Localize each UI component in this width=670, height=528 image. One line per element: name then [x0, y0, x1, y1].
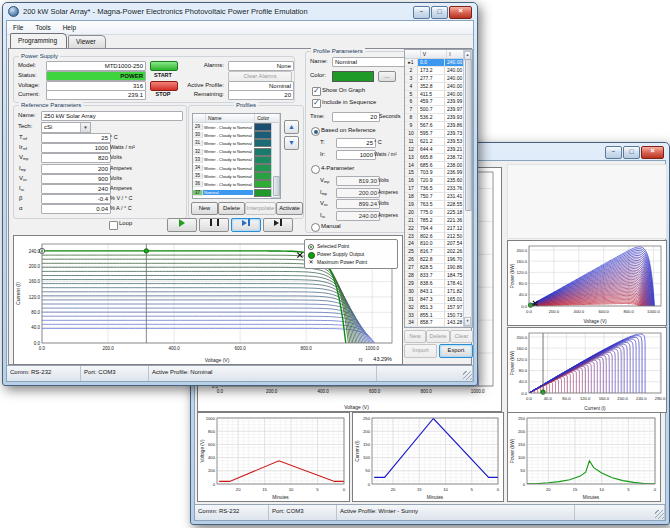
profile-row[interactable]: 35Winter - Cloudy to Nominal (16 of 17): [193, 172, 280, 180]
maximize-icon[interactable]: [623, 146, 640, 159]
point-row[interactable]: 14685.6238.00: [405, 162, 472, 170]
point-row[interactable]: 9567.6239.86: [405, 122, 472, 130]
point-row[interactable]: 5411.5240.00: [405, 91, 472, 99]
profile-row[interactable]: 34Winter - Cloudy to Nominal (15 of 17): [193, 164, 280, 172]
point-table-scrollbar[interactable]: ▲ ▼: [463, 50, 472, 327]
titlebar[interactable]: 200 kW Solar Array* - Magna-Power Electr…: [3, 3, 477, 20]
scrollbar-thumb[interactable]: [273, 176, 280, 196]
play-button[interactable]: [167, 218, 197, 232]
show-on-graph-checkbox[interactable]: [312, 87, 321, 96]
point-row[interactable]: 3277.7240.00: [405, 75, 472, 83]
point-row[interactable]: 22794.4217.12: [405, 225, 472, 233]
point-row[interactable]: 29838.6178.41: [405, 280, 472, 288]
four-parameter-radio[interactable]: [311, 165, 320, 174]
stop-button[interactable]: [150, 81, 178, 91]
profiles-list-header[interactable]: Name Color: [193, 114, 280, 123]
point-delete-button[interactable]: Delete: [426, 330, 450, 343]
close-icon[interactable]: [449, 6, 472, 19]
scroll-down-icon[interactable]: ▼: [464, 317, 471, 326]
point-row[interactable]: 19763.5228.55: [405, 201, 472, 209]
tech-dropdown[interactable]: cSi: [41, 122, 91, 133]
loop-checkbox[interactable]: [109, 221, 118, 230]
export-button[interactable]: Export: [439, 344, 473, 358]
time-input[interactable]: 20: [332, 112, 380, 122]
pp-name-input[interactable]: Nominal: [332, 57, 406, 67]
parameter-input[interactable]: 200: [41, 164, 111, 174]
move-up-button[interactable]: ▲: [284, 120, 299, 134]
point-row[interactable]: 33855.1150.73: [405, 312, 472, 320]
point-row[interactable]: 25816.7202.26: [405, 248, 472, 256]
tab-viewer[interactable]: Viewer: [68, 35, 106, 48]
point-row[interactable]: 24810.0207.54: [405, 240, 472, 248]
point-row[interactable]: 18750.7231.41: [405, 193, 472, 201]
parameter-input[interactable]: 820: [41, 153, 111, 163]
step-last-button[interactable]: [263, 218, 293, 232]
point-row[interactable]: 16720.9235.60: [405, 177, 472, 185]
profile-new-button[interactable]: New: [191, 202, 218, 215]
point-row[interactable]: 21785.2221.36: [405, 217, 472, 225]
point-row[interactable]: 6459.7239.99: [405, 98, 472, 106]
color-picker-button[interactable]: ...: [378, 71, 396, 82]
point-row[interactable]: 4352.8240.00: [405, 83, 472, 91]
model-field[interactable]: MTD1000-250: [46, 61, 146, 71]
parameter-input[interactable]: 0.04: [41, 204, 111, 214]
based-on-reference-radio[interactable]: [311, 127, 320, 136]
profile-row[interactable]: 31Winter - Cloudy to Nominal (12 of 17): [193, 139, 280, 147]
ref-name-input[interactable]: 250 kW Solar Array: [41, 111, 183, 121]
start-button[interactable]: [150, 61, 178, 71]
profile-row[interactable]: 36Winter - Cloudy to Nominal (17 of 17): [193, 180, 280, 188]
point-table[interactable]: V I ▸10.0240.002173.2240.003277.7240.004…: [404, 49, 473, 328]
profiles-list[interactable]: Name Color 29Winter - Cloudy to Nominal …: [192, 113, 281, 199]
profile-row[interactable]: 33Winter - Cloudy to Nominal (14 of 17): [193, 156, 280, 164]
point-clear-button[interactable]: Clear: [450, 330, 473, 343]
point-row[interactable]: 8536.2239.93: [405, 114, 472, 122]
parameter-input[interactable]: 25: [41, 133, 111, 143]
manual-radio[interactable]: [311, 223, 320, 232]
point-row[interactable]: 23802.6212.50: [405, 233, 472, 241]
point-row[interactable]: 7500.7239.97: [405, 106, 472, 114]
step-next-button[interactable]: [231, 218, 261, 232]
include-in-sequence-checkbox[interactable]: [312, 99, 321, 108]
color-column-header[interactable]: Color: [255, 114, 280, 122]
tab-programming[interactable]: Programming: [10, 33, 67, 48]
move-down-button[interactable]: ▼: [284, 136, 299, 150]
point-row[interactable]: 12644.4239.21: [405, 146, 472, 154]
point-row[interactable]: ▸10.0240.00: [405, 59, 472, 67]
name-column-header[interactable]: Name: [206, 114, 255, 122]
point-row[interactable]: 10595.7239.73: [405, 130, 472, 138]
point-row[interactable]: 32851.3157.97: [405, 304, 472, 312]
profile-interpolate-button[interactable]: Interpolate: [245, 202, 276, 215]
point-row[interactable]: 20775.0225.18: [405, 209, 472, 217]
profile-row[interactable]: 29Winter - Cloudy to Nominal (10 of 17): [193, 123, 280, 131]
point-row[interactable]: 15703.9236.99: [405, 169, 472, 177]
point-row[interactable]: 2173.2240.00: [405, 67, 472, 75]
ir-input[interactable]: 1000: [336, 150, 376, 160]
point-row[interactable]: 30843.1171.82: [405, 288, 472, 296]
parameter-input[interactable]: 1000: [41, 143, 111, 153]
iv-plot[interactable]: Selected Point Power Supply Output ✕Maxi…: [13, 235, 403, 365]
maximize-icon[interactable]: [431, 6, 448, 19]
minimize-icon[interactable]: [413, 6, 430, 19]
parameter-input[interactable]: -0.4: [41, 194, 111, 204]
profile-activate-button[interactable]: Activate: [276, 202, 303, 215]
minimize-icon[interactable]: [605, 146, 622, 159]
parameter-input[interactable]: 240: [41, 184, 111, 194]
resize-grip[interactable]: [655, 510, 664, 519]
scrollbar-thumb[interactable]: [465, 59, 472, 211]
parameter-input[interactable]: 900: [41, 174, 111, 184]
close-icon[interactable]: [641, 146, 664, 159]
resize-grip[interactable]: [463, 371, 472, 380]
pause-button[interactable]: [199, 218, 229, 232]
point-row[interactable]: 27828.5190.86: [405, 264, 472, 272]
point-row[interactable]: 31847.3165.01: [405, 296, 472, 304]
profile-row[interactable]: 37Nominal: [193, 189, 280, 197]
point-new-button[interactable]: New: [404, 330, 426, 343]
profile-row[interactable]: 32Winter - Cloudy to Nominal (13 of 17): [193, 148, 280, 156]
v-column-header[interactable]: V: [421, 50, 448, 58]
point-row[interactable]: 26822.8196.70: [405, 256, 472, 264]
point-row[interactable]: 34858.7143.28: [405, 319, 472, 327]
point-row[interactable]: 11621.2239.53: [405, 138, 472, 146]
profiles-scrollbar[interactable]: [271, 122, 280, 198]
point-row[interactable]: 28833.7184.75: [405, 272, 472, 280]
profile-delete-button[interactable]: Delete: [218, 202, 245, 215]
